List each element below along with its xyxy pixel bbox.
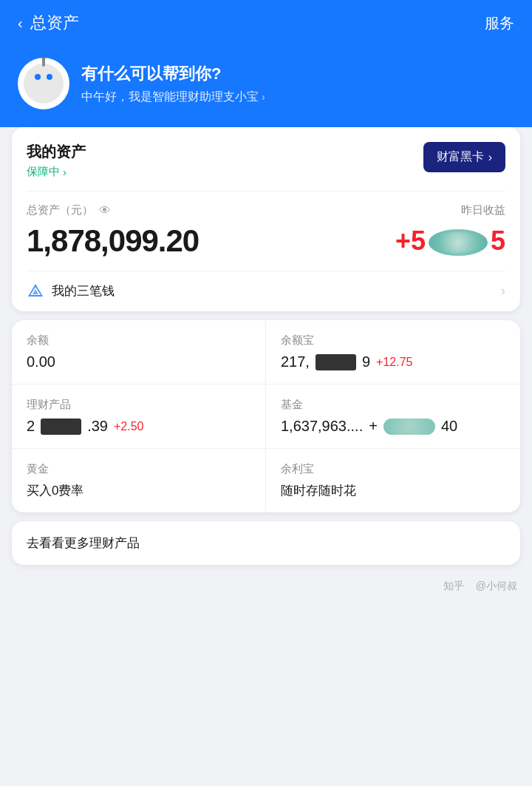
assets-value-row: 1,878,099.20 +5 5 [27,223,505,259]
more-products-label: 去看看更多理财产品 [27,536,140,550]
blurred-amount [429,229,488,256]
eye-icon[interactable]: 👁 [99,204,111,217]
card-title: 我的资产 [27,142,86,162]
gold-cell[interactable]: 黄金 买入0费率 [12,449,266,512]
header-left: ‹ 总资产 [18,12,79,34]
yuebao-gain: +12.75 [376,356,412,369]
antenna-icon [42,58,45,67]
assistant-banner: 有什么可以帮到你? 中午好，我是智能理财助理支小宝 › [0,49,532,127]
divider [27,191,505,192]
yulibao-cell[interactable]: 余利宝 随时存随时花 [266,449,520,512]
licai-value: 2.39 +2.50 [27,418,250,435]
assistant-chevron: › [262,91,265,103]
fund-value: 1,637,963.... +40 [281,418,505,435]
gold-label: 黄金 [27,462,250,476]
wealth-card-button[interactable]: 财富黑卡 › [423,142,505,172]
assets-card: 我的资产 保障中 › 财富黑卡 › 总资产（元） 👁 昨日收益 1,878,09… [12,127,520,311]
licai-cell[interactable]: 理财产品 2.39 +2.50 [12,384,266,448]
assets-label: 总资产（元） 👁 [27,203,111,217]
assets-label-row: 总资产（元） 👁 昨日收益 [27,203,505,217]
licai-blurred [41,419,81,435]
card-status[interactable]: 保障中 › [27,165,86,179]
yesterday-value: +5 5 [395,226,505,257]
card-header-left: 我的资产 保障中 › [27,142,86,179]
balance-cell[interactable]: 余额 0.00 [12,320,266,384]
yuebao-cell[interactable]: 余额宝 217,9 +12.75 [266,320,520,384]
watermark-zhihu: 知乎 [443,580,464,593]
licai-label: 理财产品 [27,398,250,412]
assets-section: 总资产（元） 👁 昨日收益 1,878,099.20 +5 5 [27,203,505,259]
assets-total-value: 1,878,099.20 [27,223,199,259]
eyes-icon [35,74,52,80]
page-title: 总资产 [30,12,79,34]
card-header: 我的资产 保障中 › 财富黑卡 › [27,142,505,179]
yuebao-value: 217,9 +12.75 [281,353,505,370]
yulibao-label: 余利宝 [281,462,505,476]
products-grid: 余额 0.00 余额宝 217,9 +12.75 理财产品 2.39 +2.50… [12,320,520,512]
service-button[interactable]: 服务 [485,13,514,33]
three-money-row[interactable]: 我的三笔钱 › [27,271,505,311]
assistant-subtitle: 中午好，我是智能理财助理支小宝 › [81,89,265,105]
fund-cell[interactable]: 基金 1,637,963.... +40 [266,384,520,448]
gold-desc: 买入0费率 [27,482,250,499]
yuebao-label: 余额宝 [281,333,505,348]
three-money-left: 我的三笔钱 [27,282,115,299]
fund-label: 基金 [281,398,505,412]
more-products-row[interactable]: 去看看更多理财产品 [12,521,520,565]
grid-row-2: 理财产品 2.39 +2.50 基金 1,637,963.... +40 [12,384,520,448]
chevron-right-icon: › [501,283,505,299]
yulibao-desc: 随时存随时花 [281,482,505,499]
licai-gain: +2.50 [114,420,143,433]
balance-label: 余额 [27,333,250,348]
watermark: 知乎 @小何叔 [0,574,532,605]
fund-blurred [383,419,435,435]
assistant-text[interactable]: 有什么可以帮到你? 中午好，我是智能理财助理支小宝 › [81,63,265,105]
grid-row-1: 余额 0.00 余额宝 217,9 +12.75 [12,320,520,384]
yesterday-label: 昨日收益 [461,203,505,217]
watermark-user: @小何叔 [476,580,517,593]
balance-value: 0.00 [27,353,250,370]
triangle-icon [27,282,44,299]
yuebao-blurred [316,354,356,370]
robot-icon [24,64,64,104]
three-money-label: 我的三笔钱 [52,282,115,299]
assistant-greeting: 有什么可以帮到你? [81,63,265,85]
avatar [18,58,69,109]
header: ‹ 总资产 服务 [0,0,532,49]
grid-row-3: 黄金 买入0费率 余利宝 随时存随时花 [12,448,520,512]
back-button[interactable]: ‹ [18,15,23,32]
